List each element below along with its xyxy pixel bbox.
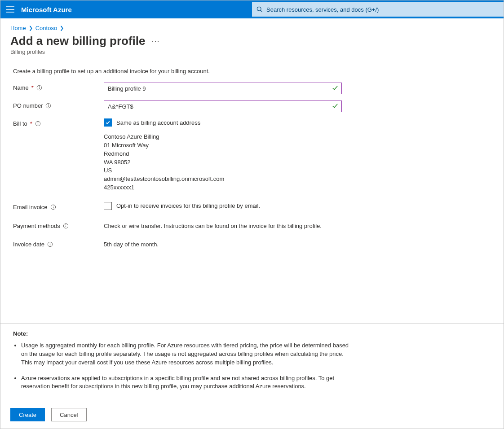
same-address-checkbox[interactable] xyxy=(104,118,112,127)
valid-check-icon xyxy=(332,103,338,110)
info-icon[interactable] xyxy=(47,241,53,247)
svg-point-4 xyxy=(39,86,40,87)
same-address-label: Same as billing account address xyxy=(116,119,200,126)
email-invoice-optin-label: Opt-in to receive invoices for this bill… xyxy=(116,202,260,209)
payment-methods-label: Payment methods xyxy=(13,223,60,229)
address-line: Contoso Azure Billing xyxy=(104,133,342,141)
svg-point-0 xyxy=(257,7,261,11)
svg-line-1 xyxy=(261,10,262,12)
svg-point-16 xyxy=(66,224,66,225)
billing-profile-form: Name * PO number xyxy=(0,74,504,248)
svg-point-10 xyxy=(38,122,38,123)
svg-point-13 xyxy=(53,206,53,206)
breadcrumb-contoso[interactable]: Contoso xyxy=(35,25,57,31)
page-title: Add a new billing profile xyxy=(10,34,145,48)
address-line: 01 Microsoft Way xyxy=(104,141,342,150)
page-subtitle: Billing profiles xyxy=(0,48,504,55)
address-line: admin@testtestcontosobilling.onmicrosoft… xyxy=(104,175,342,184)
info-icon[interactable] xyxy=(45,103,51,109)
page-intro: Create a billing profile to set up an ad… xyxy=(0,55,504,74)
svg-point-7 xyxy=(48,104,49,105)
note-item: Usage is aggregated monthly for each bil… xyxy=(21,341,354,367)
address-line: 425xxxxxx1 xyxy=(104,184,342,192)
svg-point-19 xyxy=(50,243,50,243)
info-icon[interactable] xyxy=(63,223,69,229)
bill-to-label: Bill to xyxy=(13,120,27,127)
brand-label[interactable]: Microsoft Azure xyxy=(20,6,72,13)
note-panel: Note: Usage is aggregated monthly for ea… xyxy=(0,324,504,408)
global-search-input[interactable]: Search resources, services, and docs (G+… xyxy=(252,2,504,17)
address-line: US xyxy=(104,166,342,175)
info-icon[interactable] xyxy=(50,204,56,210)
note-title: Note: xyxy=(13,330,491,337)
name-label: Name xyxy=(13,84,29,91)
required-asterisk: * xyxy=(30,120,32,127)
chevron-right-icon: ❯ xyxy=(59,25,65,31)
required-asterisk: * xyxy=(31,84,34,91)
info-icon[interactable] xyxy=(35,121,41,127)
name-input[interactable] xyxy=(104,83,342,94)
billing-address: Contoso Azure Billing 01 Microsoft Way R… xyxy=(104,133,342,192)
hamburger-icon xyxy=(6,6,14,13)
chevron-right-icon: ❯ xyxy=(28,25,34,31)
create-button[interactable]: Create xyxy=(10,408,45,421)
info-icon[interactable] xyxy=(36,85,42,91)
email-invoice-checkbox[interactable] xyxy=(104,202,112,210)
email-invoice-label: Email invoice xyxy=(13,204,48,210)
valid-check-icon xyxy=(332,85,338,92)
po-number-input[interactable] xyxy=(104,101,342,112)
hamburger-menu-button[interactable] xyxy=(0,0,20,18)
breadcrumb-home[interactable]: Home xyxy=(10,25,26,31)
footer-actions: Create Cancel xyxy=(0,401,504,429)
breadcrumb: Home ❯ Contoso ❯ xyxy=(0,18,504,31)
payment-methods-value: Check or wire transfer. Instructions can… xyxy=(104,221,342,229)
search-placeholder: Search resources, services, and docs (G+… xyxy=(266,6,379,13)
search-icon xyxy=(256,6,263,13)
invoice-date-value: 5th day of the month. xyxy=(104,239,342,248)
address-line: Redmond xyxy=(104,150,342,158)
top-bar: Microsoft Azure Search resources, servic… xyxy=(0,0,504,18)
address-line: WA 98052 xyxy=(104,158,342,167)
po-number-label: PO number xyxy=(13,102,43,109)
cancel-button[interactable]: Cancel xyxy=(51,408,86,421)
more-actions-button[interactable]: ⋯ xyxy=(151,36,160,46)
invoice-date-label: Invoice date xyxy=(13,241,44,248)
note-item: Azure reservations are applied to subscr… xyxy=(21,374,354,391)
